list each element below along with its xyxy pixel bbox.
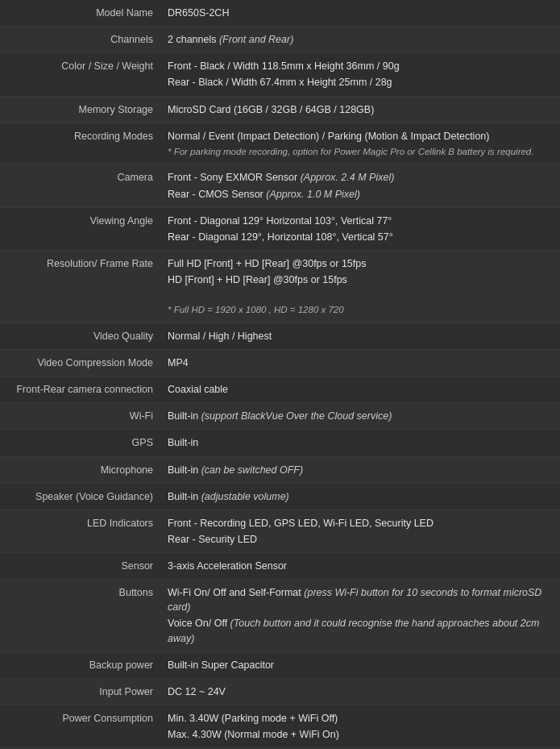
spec-label: Camera	[0, 164, 161, 207]
spec-value: Front - Black / Width 118.5mm x Height 3…	[161, 53, 560, 96]
spec-value: Front - Sony EXMOR Sensor (Approx. 2.4 M…	[161, 164, 560, 207]
spec-value: 3-axis Acceleration Sensor	[161, 553, 560, 580]
spec-value: Full HD [Front] + HD [Rear] @30fps or 15…	[161, 250, 560, 322]
table-row: Video QualityNormal / High / Highest	[0, 322, 560, 349]
spec-label: Channels	[0, 27, 161, 53]
spec-label: Input Power	[0, 678, 161, 705]
spec-value: MP4	[161, 350, 560, 377]
spec-value: Built-in	[161, 430, 560, 456]
spec-value: DC 12 ~ 24V	[161, 678, 560, 705]
spec-label: Resolution/ Frame Rate	[0, 250, 161, 322]
table-row: ButtonsWi-Fi On/ Off and Self-Format (pr…	[0, 580, 560, 652]
spec-label: Wi-Fi	[0, 403, 161, 430]
table-row: GPSBuilt-in	[0, 430, 560, 456]
table-row: Channels2 channels (Front and Rear)	[0, 27, 560, 53]
table-row: CameraFront - Sony EXMOR Sensor (Approx.…	[0, 164, 560, 207]
table-row: Speaker (Voice Guidance)Built-in (adjust…	[0, 483, 560, 510]
table-row: Sensor3-axis Acceleration Sensor	[0, 553, 560, 580]
spec-label: Model Name	[0, 0, 161, 27]
table-row: Viewing AngleFront - Diagonal 129° Horiz…	[0, 207, 560, 250]
spec-label: Video Compression Mode	[0, 350, 161, 377]
spec-label: Memory Storage	[0, 96, 161, 123]
spec-label: Speaker (Voice Guidance)	[0, 483, 161, 510]
table-row: Video Compression ModeMP4	[0, 350, 560, 377]
spec-value: Built-in (support BlackVue Over the Clou…	[161, 403, 560, 430]
spec-label: Video Quality	[0, 322, 161, 349]
spec-label: Power Consumption	[0, 705, 161, 747]
spec-label: Sensor	[0, 553, 161, 580]
spec-label: Viewing Angle	[0, 207, 161, 250]
spec-label: Recording Modes	[0, 123, 161, 164]
table-row: Color / Size / WeightFront - Black / Wid…	[0, 53, 560, 96]
spec-value: 2 channels (Front and Rear)	[161, 27, 560, 53]
spec-value: Built-in (can be switched OFF)	[161, 456, 560, 483]
spec-label: Buttons	[0, 580, 161, 652]
table-row: Model NameDR650S-2CH	[0, 0, 560, 27]
spec-value: Normal / High / Highest	[161, 322, 560, 349]
spec-value: Min. 3.40W (Parking mode + WiFi Off)Max.…	[161, 705, 560, 747]
table-row: Resolution/ Frame RateFull HD [Front] + …	[0, 250, 560, 322]
table-row: MicrophoneBuilt-in (can be switched OFF)	[0, 456, 560, 483]
spec-label: GPS	[0, 430, 161, 456]
table-row: Power ConsumptionMin. 3.40W (Parking mod…	[0, 705, 560, 747]
spec-label: Front-Rear camera connection	[0, 377, 161, 403]
spec-value: DR650S-2CH	[161, 0, 560, 27]
table-row: Front-Rear camera connectionCoaxial cabl…	[0, 377, 560, 403]
spec-label: Microphone	[0, 456, 161, 483]
table-row: Wi-FiBuilt-in (support BlackVue Over the…	[0, 403, 560, 430]
spec-label: LED Indicators	[0, 510, 161, 552]
table-row: LED IndicatorsFront - Recording LED, GPS…	[0, 510, 560, 552]
spec-value: Front - Recording LED, GPS LED, Wi-Fi LE…	[161, 510, 560, 552]
table-row: Memory StorageMicroSD Card (16GB / 32GB …	[0, 96, 560, 123]
table-row: Recording ModesNormal / Event (Impact De…	[0, 123, 560, 164]
spec-value: Coaxial cable	[161, 377, 560, 403]
spec-value: Built-in (adjustable volume)	[161, 483, 560, 510]
table-row: Backup powerBuilt-in Super Capacitor	[0, 651, 560, 678]
spec-label: Color / Size / Weight	[0, 53, 161, 96]
spec-value: Wi-Fi On/ Off and Self-Format (press Wi-…	[161, 580, 560, 652]
spec-value: Normal / Event (Impact Detection) / Park…	[161, 123, 560, 164]
spec-value: Front - Diagonal 129° Horizontal 103°, V…	[161, 207, 560, 250]
table-row: Input PowerDC 12 ~ 24V	[0, 678, 560, 705]
spec-value: Built-in Super Capacitor	[161, 651, 560, 678]
spec-table: Model NameDR650S-2CHChannels2 channels (…	[0, 0, 560, 749]
spec-value: MicroSD Card (16GB / 32GB / 64GB / 128GB…	[161, 96, 560, 123]
spec-label: Backup power	[0, 651, 161, 678]
